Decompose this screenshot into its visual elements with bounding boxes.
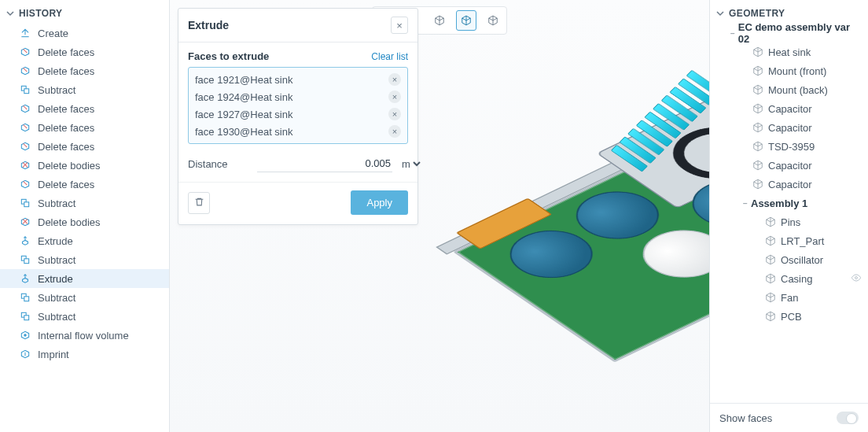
tree-assembly[interactable]: − Assembly 1 [713, 194, 868, 212]
history-item[interactable]: Internal flow volume [0, 326, 169, 345]
tree-label: Capacitor [768, 103, 812, 115]
history-title: HISTORY [19, 8, 62, 19]
history-item[interactable]: Imprint [0, 345, 169, 364]
apply-button[interactable]: Apply [351, 190, 408, 215]
trash-icon [194, 197, 204, 209]
tree-label: Pins [781, 216, 800, 228]
history-item-label: Subtract [38, 84, 163, 96]
show-faces-toggle[interactable] [837, 412, 859, 424]
history-item[interactable]: Create [0, 24, 169, 42]
tree-root[interactable]: − EC demo assembly var 02 [713, 24, 868, 42]
history-item[interactable]: Delete faces [0, 175, 169, 194]
tree-node[interactable]: Fan [713, 288, 868, 307]
face-chip[interactable]: face 1924@Heat sink× [193, 88, 403, 105]
cube-icon [765, 235, 776, 246]
history-item-label: Delete faces [38, 46, 163, 58]
history-item[interactable]: Delete faces [0, 42, 169, 61]
history-item[interactable]: Delete faces [0, 137, 169, 156]
history-item-label: Imprint [38, 349, 163, 360]
tree-node[interactable]: Capacitor [713, 175, 868, 194]
history-item-label: Delete faces [38, 103, 163, 115]
delete-faces-icon [19, 140, 31, 153]
remove-face-button[interactable]: × [388, 125, 401, 138]
cube-icon [461, 15, 472, 26]
history-item[interactable]: Extrude [0, 231, 169, 250]
tree-label: Mount (back) [768, 84, 828, 96]
close-button[interactable]: × [391, 17, 408, 34]
delete-button[interactable] [188, 192, 210, 214]
svg-rect-3 [24, 202, 29, 207]
tree-node[interactable]: PCB [713, 307, 868, 326]
geometry-panel: GEOMETRY − EC demo assembly var 02 Heat … [709, 0, 868, 432]
history-item-label: Create [38, 28, 163, 39]
view-mode-transparent-button[interactable] [456, 10, 476, 31]
remove-face-button[interactable]: × [388, 73, 401, 86]
cube-icon [752, 46, 763, 57]
tree-node[interactable]: Heat sink [713, 42, 868, 61]
view-mode-shaded-edges-button[interactable] [429, 10, 450, 31]
history-item-label: Delete faces [38, 122, 163, 134]
history-item[interactable]: Subtract [0, 80, 169, 99]
tree-label: Capacitor [768, 179, 812, 190]
history-item[interactable]: Delete bodies [0, 156, 169, 175]
history-item-label: Extrude [38, 235, 163, 247]
subtract-icon [19, 310, 31, 323]
tree-label: Mount (front) [768, 65, 826, 77]
tree-node[interactable]: LRT_Part [713, 231, 868, 250]
history-item[interactable]: Subtract [0, 250, 169, 269]
history-item-label: Extrude [38, 273, 163, 285]
visibility-icon[interactable] [851, 272, 862, 286]
tree-node[interactable]: Oscillator [713, 250, 868, 269]
view-mode-points-button[interactable] [483, 10, 503, 31]
subtract-icon [19, 197, 31, 209]
face-chip[interactable]: face 1930@Heat sink× [193, 123, 403, 140]
distance-input[interactable] [257, 155, 392, 172]
tree-label: Heat sink [768, 46, 811, 58]
delete-faces-icon [19, 121, 31, 134]
dialog-title: Extrude [188, 19, 229, 31]
history-item-label: Subtract [38, 198, 163, 209]
history-item[interactable]: Delete faces [0, 61, 169, 80]
tree-node[interactable]: Casing [713, 269, 868, 288]
clear-list-link[interactable]: Clear list [371, 51, 408, 62]
extrude-icon [19, 234, 31, 247]
face-chip[interactable]: face 1921@Heat sink× [193, 71, 403, 88]
history-item-label: Subtract [38, 311, 163, 323]
history-header[interactable]: HISTORY [0, 5, 169, 24]
delete-faces-icon [19, 65, 31, 77]
tree-node[interactable]: Capacitor [713, 156, 868, 175]
cube-icon [765, 273, 776, 284]
history-item[interactable]: Subtract [0, 194, 169, 212]
tree-label: Assembly 1 [751, 198, 807, 209]
history-item[interactable]: Delete faces [0, 118, 169, 137]
face-chip-label: face 1921@Heat sink [195, 74, 293, 86]
cube-icon [752, 179, 763, 190]
history-item[interactable]: Delete faces [0, 99, 169, 118]
tree-node[interactable]: Mount (back) [713, 80, 868, 99]
history-item[interactable]: Delete bodies [0, 212, 169, 231]
tree-node[interactable]: Pins [713, 212, 868, 231]
chevron-down-icon [5, 8, 16, 19]
distance-label: Distance [188, 158, 251, 170]
tree-label: Capacitor [768, 122, 812, 134]
extrude-icon [19, 272, 31, 285]
tree-node[interactable]: TSD-3959 [713, 137, 868, 156]
tree-node[interactable]: Mount (front) [713, 61, 868, 80]
remove-face-button[interactable]: × [388, 90, 401, 103]
face-chip[interactable]: face 1927@Heat sink× [193, 105, 403, 123]
faces-selection-box[interactable]: face 1921@Heat sink×face 1924@Heat sink×… [188, 67, 408, 144]
svg-rect-9 [24, 316, 29, 320]
history-item-label: Delete bodies [38, 160, 163, 172]
history-list: CreateDelete facesDelete facesSubtractDe… [0, 24, 169, 364]
unit-select[interactable]: m [399, 157, 423, 171]
history-item[interactable]: Extrude [0, 269, 169, 288]
tree-label: TSD-3959 [768, 141, 815, 153]
history-item[interactable]: Subtract [0, 307, 169, 326]
history-item[interactable]: Subtract [0, 288, 169, 307]
subtract-icon [19, 83, 31, 96]
tree-label: Capacitor [768, 160, 812, 172]
tree-node[interactable]: Capacitor [713, 99, 868, 118]
tree-node[interactable]: Capacitor [713, 118, 868, 137]
create-icon [19, 27, 31, 39]
remove-face-button[interactable]: × [388, 108, 401, 120]
